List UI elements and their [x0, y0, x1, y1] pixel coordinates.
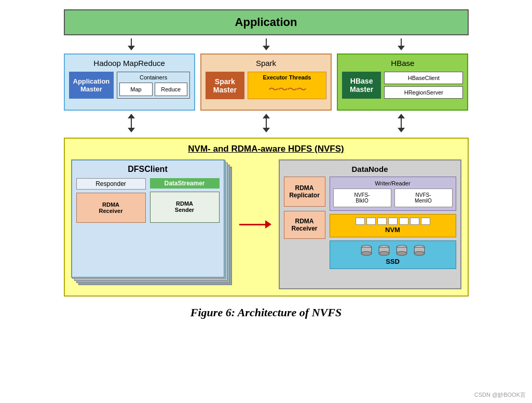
nvm-cell-1: [356, 218, 365, 225]
svg-point-11: [414, 251, 425, 256]
hbase-clients-col: HBaseClient HRegionServer: [384, 72, 463, 99]
hbase-client-box: HBaseClient: [384, 72, 463, 84]
application-label: Application: [235, 16, 297, 29]
nvm-cell-2: [366, 218, 376, 225]
hbase-region-box: HRegionServer: [384, 86, 463, 99]
ssd-disk-2: [377, 244, 391, 257]
reduce-box: Reduce: [155, 83, 187, 96]
red-arrow: [239, 220, 271, 229]
dfsclient-title: DFSClient: [76, 165, 220, 174]
disk-icon-4: [411, 244, 428, 257]
hadoop-inner: ApplicationMaster Containers Map Reduce: [69, 72, 190, 99]
executor-label: Executor Threads: [263, 74, 311, 80]
responder-col: Responder RDMAReceiver: [76, 178, 146, 223]
map-box: Map: [119, 83, 152, 96]
writer-reader-title: Writer/Reader: [333, 180, 453, 186]
hbase-title: HBase: [342, 59, 463, 68]
disk-icon-3: [393, 244, 410, 257]
spark-master-box: SparkMaster: [206, 72, 244, 99]
rdma-sender-box: RDMASender: [150, 192, 220, 223]
nvfs-title: NVM- and RDMA-aware HDFS (NVFS): [71, 144, 461, 154]
red-arrow-head: [265, 220, 271, 229]
updown-arrow-hadoop: [128, 114, 135, 132]
disk-icon-1: [358, 244, 375, 257]
red-arrow-line: [239, 224, 265, 225]
watermark: CSDN @妙BOOK言: [474, 391, 526, 399]
writer-reader-box: Writer/Reader NVFS-BlkIO NVFS-MemIO: [330, 177, 456, 211]
spark-title: Spark: [206, 59, 326, 68]
spark-inner: SparkMaster Executor Threads 〜〜〜〜: [206, 72, 326, 99]
rdma-left-col: RDMAReplicator RDMAReceiver: [284, 177, 325, 239]
datanode-inner: RDMAReplicator RDMAReceiver Writer/Reade…: [284, 177, 456, 269]
arrow-to-spark: [263, 38, 270, 50]
nvm-cell-6: [410, 218, 419, 225]
updown-arrow-hbase: [398, 114, 405, 132]
hbase-inner: HBaseMaster HBaseClient HRegionServer: [342, 72, 463, 99]
nvfs-blk-box: NVFS-BlkIO: [333, 189, 391, 207]
hadoop-title: Hadoop MapReduce: [69, 59, 190, 68]
application-bar: Application: [64, 9, 469, 35]
ssd-box: SSD: [330, 240, 456, 269]
ssd-disk-3: [394, 244, 409, 257]
figure-caption: Figure 6: Architecture of NVFS: [190, 306, 342, 319]
rdma-replicator-box: RDMAReplicator: [284, 177, 325, 207]
disk-icon-2: [376, 244, 392, 257]
frameworks-row: Hadoop MapReduce ApplicationMaster Conta…: [64, 53, 469, 111]
nvm-box: NVM: [330, 214, 456, 237]
spark-box: Spark SparkMaster Executor Threads 〜〜〜〜: [200, 53, 332, 111]
arrow-to-hadoop: [128, 38, 135, 50]
ssd-disk-1: [359, 244, 374, 257]
updown-arrow-spark: [263, 114, 270, 132]
nvm-cell-5: [399, 218, 408, 225]
nvfs-inner: DFSClient Responder RDMAReceiver DataStr…: [71, 159, 461, 289]
framework-to-nvfs-arrows: [64, 114, 469, 132]
nvm-cell-3: [377, 218, 387, 225]
containers-label: Containers: [119, 74, 187, 80]
dfsclient-main: DFSClient Responder RDMAReceiver DataStr…: [71, 159, 225, 278]
dfsclient-inner: Responder RDMAReceiver DataStreamer RDMA…: [76, 178, 220, 223]
architecture-diagram: Application Hadoop MapReduce Application…: [12, 9, 521, 319]
app-to-framework-arrows: [64, 38, 469, 50]
nvfs-container: NVM- and RDMA-aware HDFS (NVFS) DFSClien…: [64, 138, 469, 297]
red-arrow-wrapper: [239, 220, 271, 229]
hadoop-box: Hadoop MapReduce ApplicationMaster Conta…: [64, 53, 195, 111]
map-reduce-row: Map Reduce: [119, 83, 187, 96]
nvm-cell-7: [421, 218, 430, 225]
hbase-box: HBase HBaseMaster HBaseClient HRegionSer…: [337, 53, 468, 111]
ssd-disk-4: [412, 244, 427, 257]
nvfs-mem-box: NVFS-MemIO: [394, 189, 453, 207]
datanode-box: DataNode RDMAReplicator RDMAReceiver Wri…: [279, 159, 461, 289]
dfsclient-stack: DFSClient Responder RDMAReceiver DataStr…: [71, 159, 232, 284]
arrow-to-hbase: [398, 38, 405, 50]
datanode-section: DataNode RDMAReplicator RDMAReceiver Wri…: [279, 159, 461, 289]
wave-icon: 〜〜〜〜: [268, 83, 306, 97]
datanode-title: DataNode: [284, 165, 456, 173]
responder-label: Responder: [76, 178, 146, 190]
nvm-cells: [333, 218, 453, 225]
datastreamer-col: DataStreamer RDMASender: [150, 178, 220, 223]
app-master-box: ApplicationMaster: [69, 72, 114, 99]
ssd-disks: [359, 244, 427, 257]
rdma-receiver-bottom-box: RDMAReceiver: [284, 211, 325, 239]
nvm-label: NVM: [333, 226, 453, 234]
datastreamer-label: DataStreamer: [150, 178, 220, 189]
svg-point-8: [397, 251, 407, 256]
containers-box: Containers Map Reduce: [117, 72, 190, 99]
rdma-receiver-box: RDMAReceiver: [76, 193, 146, 223]
hbase-master-box: HBaseMaster: [342, 72, 381, 99]
datanode-right: Writer/Reader NVFS-BlkIO NVFS-MemIO: [330, 177, 456, 269]
ssd-label: SSD: [386, 258, 400, 265]
svg-point-5: [379, 251, 389, 256]
nvm-cell-4: [388, 218, 398, 225]
nvfs-cols: NVFS-BlkIO NVFS-MemIO: [333, 189, 453, 207]
executor-box: Executor Threads 〜〜〜〜: [248, 72, 326, 99]
svg-point-2: [361, 251, 372, 256]
